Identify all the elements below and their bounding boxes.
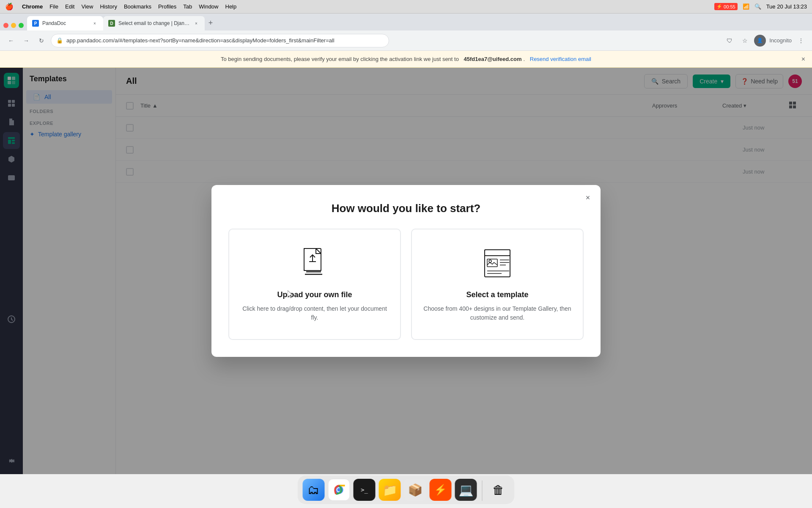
menubar-file[interactable]: File [49,3,58,10]
bookmark-btn[interactable]: ☆ [739,35,751,47]
notification-email: 45fd1ea7@uifeed.com [464,56,522,62]
address-bar-right: 🛡 ☆ 👤 Incognito ⋮ [724,35,807,47]
window-minimize-btn[interactable] [11,23,16,28]
more-options-btn[interactable]: ⋮ [795,35,807,47]
battery-indicator: ⚡ 00:55 [714,3,738,10]
menubar-view[interactable]: View [81,3,93,10]
tab-close-pandadoc[interactable]: × [91,20,98,27]
terminal-icon: >_ [361,486,368,493]
svg-point-23 [489,260,491,262]
dock-zapier[interactable]: ⚡ [430,479,452,501]
select-template-option-desc: Choose from 400+ designs in our Template… [422,304,573,322]
upload-icon [298,246,332,280]
svg-rect-21 [485,250,510,256]
menubar-time: Tue 20 Jul 13:23 [766,3,807,10]
refresh-button[interactable]: ↻ [36,35,47,47]
tab-title-django: Select email to change | Djang... [118,20,189,26]
notification-period: . [524,56,525,62]
menubar-window[interactable]: Window [199,3,218,10]
forward-button[interactable]: → [20,35,32,47]
menubar-help[interactable]: Help [225,3,237,10]
notification-text: To begin sending documents, please verif… [221,56,459,62]
notification-bar: To begin sending documents, please verif… [0,51,812,68]
dock-files[interactable]: 📁 [379,479,401,501]
shield-icon-btn[interactable]: 🛡 [724,35,735,47]
wifi-icon: 📶 [743,3,749,10]
resend-verification-link[interactable]: Resend verification email [530,56,591,62]
dock: 🗂 >_ 📁 📦 ⚡ 💻 🗑 [297,475,515,505]
modal-overlay[interactable]: × How would you like to start? [0,68,812,474]
search-icon-menu[interactable]: 🔍 [754,3,761,10]
modal-options: Upload your own file Click here to drag/… [228,229,584,340]
menubar-edit[interactable]: Edit [65,3,74,10]
menubar-right: ⚡ 00:55 📶 🔍 Tue 20 Jul 13:23 [714,3,807,10]
app-container: Templates 📄 All FOLDERS EXPLORE ✦ Templa… [0,68,812,474]
modal-dialog: × How would you like to start? [211,185,601,357]
trash-icon: 🗑 [493,483,505,497]
select-template-option[interactable]: Select a template Choose from 400+ desig… [411,229,584,340]
tab-django[interactable]: D Select email to change | Djang... × [103,16,205,30]
tab-add-btn[interactable]: + [205,17,217,29]
tab-favicon-django: D [108,20,115,27]
template-icon [480,246,514,280]
dock-chrome[interactable] [328,479,350,501]
apps-icon: 📦 [408,483,422,497]
window-close-btn[interactable] [3,23,8,28]
chrome-window: P PandaDoc × D Select email to change | … [0,14,812,474]
menubar-tab[interactable]: Tab [183,3,192,10]
window-maximize-btn[interactable] [19,23,24,28]
modal-title: How would you like to start? [228,202,584,215]
notification-close-btn[interactable]: × [801,55,805,63]
dock-finder[interactable]: 🗂 [303,479,325,501]
address-bar: ← → ↻ 🔒 app.pandadoc.com/a/#/templates-n… [0,30,812,51]
incognito-profile[interactable]: 👤 [754,35,766,47]
tab-pandadoc[interactable]: P PandaDoc × [27,16,103,30]
tab-title-pandadoc: PandaDoc [42,20,88,26]
select-template-option-title: Select a template [466,290,528,299]
menubar-app-name[interactable]: Chrome [22,3,43,10]
url-text: app.pandadoc.com/a/#/templates-next?sort… [66,37,335,44]
dock-terminal2[interactable]: 💻 [455,479,477,501]
url-bar[interactable]: 🔒 app.pandadoc.com/a/#/templates-next?so… [51,34,389,47]
tab-favicon-pandadoc: P [32,20,39,27]
menubar-items: File Edit View History Bookmarks Profile… [49,3,236,10]
menubar-bookmarks[interactable]: Bookmarks [124,3,151,10]
menubar: 🍎 Chrome File Edit View History Bookmark… [0,0,812,14]
apple-menu[interactable]: 🍎 [5,3,14,11]
tab-bar: P PandaDoc × D Select email to change | … [0,14,812,30]
finder-icon: 🗂 [308,483,320,497]
incognito-label: Incognito [769,37,792,44]
upload-option-desc: Click here to drag/drop content, then le… [239,304,390,322]
menubar-profiles[interactable]: Profiles [158,3,176,10]
svg-rect-22 [487,259,497,267]
lock-icon: 🔒 [56,37,63,44]
dock-terminal[interactable]: >_ [354,479,376,501]
upload-option-title: Upload your own file [277,290,352,299]
modal-close-button[interactable]: × [582,192,594,204]
back-button[interactable]: ← [5,35,17,47]
terminal2-icon: 💻 [458,483,473,497]
files-icon: 📁 [382,483,397,497]
dock-trash[interactable]: 🗑 [488,479,510,501]
dock-apps[interactable]: 📦 [404,479,426,501]
menubar-history[interactable]: History [100,3,117,10]
zapier-icon: ⚡ [434,484,447,496]
dock-separator [482,480,483,501]
tab-close-django[interactable]: × [193,20,200,27]
upload-option[interactable]: Upload your own file Click here to drag/… [228,229,401,340]
